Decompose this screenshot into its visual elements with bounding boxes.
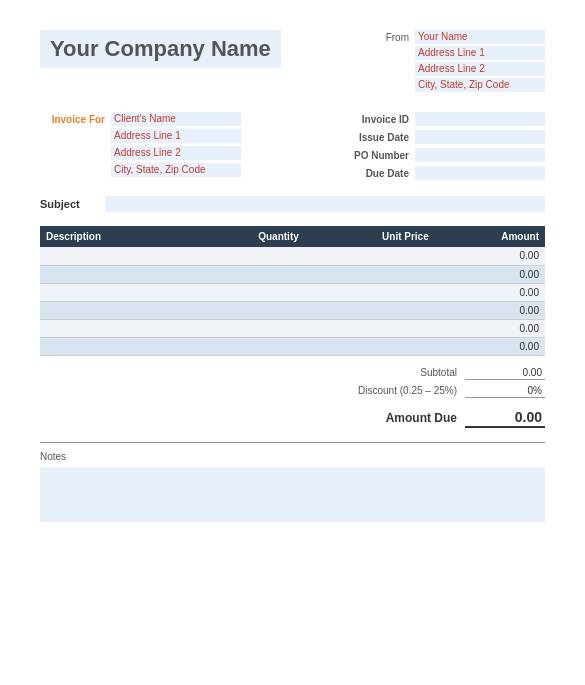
from-label: From bbox=[386, 32, 409, 43]
row-amount: 0.00 bbox=[435, 265, 545, 283]
row-quantity[interactable] bbox=[188, 283, 304, 301]
from-city-field[interactable]: City, State, Zip Code bbox=[415, 78, 545, 92]
row-description[interactable] bbox=[40, 265, 188, 283]
col-unit-price: Unit Price bbox=[305, 226, 435, 247]
po-number-field[interactable] bbox=[415, 148, 545, 162]
row-description[interactable] bbox=[40, 337, 188, 355]
invoice-id-row: Invoice ID bbox=[339, 112, 545, 126]
invoice-page: Your Company Name From Your Name Address… bbox=[0, 0, 585, 685]
row-quantity[interactable] bbox=[188, 319, 304, 337]
subject-field[interactable] bbox=[105, 196, 545, 212]
row-description[interactable] bbox=[40, 301, 188, 319]
discount-value: 0% bbox=[465, 384, 545, 398]
row-amount: 0.00 bbox=[435, 283, 545, 301]
from-name-field[interactable]: Your Name bbox=[415, 30, 545, 44]
due-date-row: Due Date bbox=[339, 166, 545, 180]
invoice-meta-block: Invoice ID Issue Date PO Number Due Date bbox=[339, 112, 545, 180]
client-address1-field[interactable]: Address Line 1 bbox=[111, 129, 241, 143]
row-quantity[interactable] bbox=[188, 265, 304, 283]
row-unit-price[interactable] bbox=[305, 265, 435, 283]
subject-section: Subject bbox=[40, 196, 545, 212]
due-date-label: Due Date bbox=[339, 168, 409, 179]
subject-label: Subject bbox=[40, 198, 95, 210]
notes-label: Notes bbox=[40, 451, 545, 462]
invoice-table: Description Quantity Unit Price Amount 0… bbox=[40, 226, 545, 356]
client-city-field[interactable]: City, State, Zip Code bbox=[111, 163, 241, 177]
client-address2-row: Address Line 2 bbox=[40, 146, 241, 160]
subtotal-label: Subtotal bbox=[305, 367, 465, 378]
client-city-row: City, State, Zip Code bbox=[40, 163, 241, 177]
table-row: 0.00 bbox=[40, 301, 545, 319]
issue-date-field[interactable] bbox=[415, 130, 545, 144]
row-description[interactable] bbox=[40, 283, 188, 301]
issue-date-row: Issue Date bbox=[339, 130, 545, 144]
amount-due-value: 0.00 bbox=[465, 408, 545, 428]
discount-row: Discount (0.25 – 25%) 0% bbox=[235, 384, 545, 398]
invoice-for-row: Invoice For Client's Name bbox=[40, 112, 241, 126]
row-amount: 0.00 bbox=[435, 337, 545, 355]
row-amount: 0.00 bbox=[435, 301, 545, 319]
col-amount: Amount bbox=[435, 226, 545, 247]
client-address1-row: Address Line 1 bbox=[40, 129, 241, 143]
client-address2-field[interactable]: Address Line 2 bbox=[111, 146, 241, 160]
amount-due-row: Amount Due 0.00 bbox=[235, 408, 545, 428]
table-row: 0.00 bbox=[40, 265, 545, 283]
from-block: From Your Name Address Line 1 Address Li… bbox=[386, 30, 545, 92]
row-unit-price[interactable] bbox=[305, 301, 435, 319]
invoice-id-label: Invoice ID bbox=[339, 114, 409, 125]
subtotal-value: 0.00 bbox=[465, 366, 545, 380]
due-date-field[interactable] bbox=[415, 166, 545, 180]
from-name-row: From Your Name bbox=[386, 30, 545, 44]
from-city-row: City, State, Zip Code bbox=[415, 78, 545, 92]
table-header-row: Description Quantity Unit Price Amount bbox=[40, 226, 545, 247]
row-unit-price[interactable] bbox=[305, 247, 435, 265]
header-section: Your Company Name From Your Name Address… bbox=[40, 30, 545, 92]
from-address2-row: Address Line 2 bbox=[415, 62, 545, 76]
table-row: 0.00 bbox=[40, 337, 545, 355]
row-quantity[interactable] bbox=[188, 337, 304, 355]
notes-field[interactable] bbox=[40, 467, 545, 522]
invoice-for-label: Invoice For bbox=[40, 114, 105, 125]
row-description[interactable] bbox=[40, 319, 188, 337]
table-row: 0.00 bbox=[40, 319, 545, 337]
subtotal-row: Subtotal 0.00 bbox=[235, 366, 545, 380]
col-quantity: Quantity bbox=[188, 226, 304, 247]
issue-date-label: Issue Date bbox=[339, 132, 409, 143]
company-name[interactable]: Your Company Name bbox=[40, 30, 281, 68]
table-row: 0.00 bbox=[40, 283, 545, 301]
subject-row: Subject bbox=[40, 196, 545, 212]
row-quantity[interactable] bbox=[188, 247, 304, 265]
amount-due-label: Amount Due bbox=[305, 411, 465, 425]
invoice-for-block: Invoice For Client's Name Address Line 1… bbox=[40, 112, 241, 180]
totals-section: Subtotal 0.00 Discount (0.25 – 25%) 0% A… bbox=[40, 366, 545, 428]
from-address2-field[interactable]: Address Line 2 bbox=[415, 62, 545, 76]
invoice-id-field[interactable] bbox=[415, 112, 545, 126]
discount-label: Discount (0.25 – 25%) bbox=[305, 385, 465, 396]
row-amount: 0.00 bbox=[435, 319, 545, 337]
row-unit-price[interactable] bbox=[305, 337, 435, 355]
from-address1-row: Address Line 1 bbox=[415, 46, 545, 60]
po-number-label: PO Number bbox=[339, 150, 409, 161]
info-section: Invoice For Client's Name Address Line 1… bbox=[40, 112, 545, 180]
col-description: Description bbox=[40, 226, 188, 247]
notes-section: Notes bbox=[40, 442, 545, 522]
row-description[interactable] bbox=[40, 247, 188, 265]
row-unit-price[interactable] bbox=[305, 319, 435, 337]
client-name-field[interactable]: Client's Name bbox=[111, 112, 241, 126]
row-quantity[interactable] bbox=[188, 301, 304, 319]
from-address1-field[interactable]: Address Line 1 bbox=[415, 46, 545, 60]
row-amount: 0.00 bbox=[435, 247, 545, 265]
table-row: 0.00 bbox=[40, 247, 545, 265]
row-unit-price[interactable] bbox=[305, 283, 435, 301]
po-number-row: PO Number bbox=[339, 148, 545, 162]
